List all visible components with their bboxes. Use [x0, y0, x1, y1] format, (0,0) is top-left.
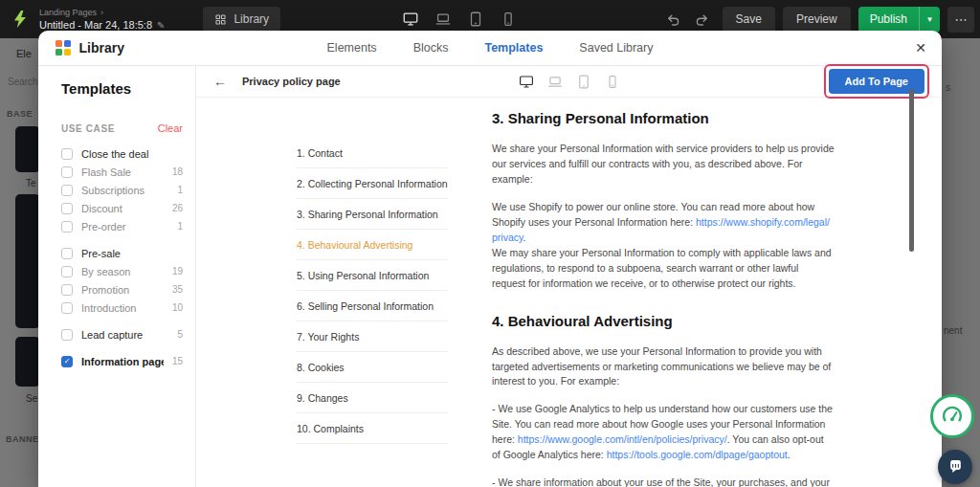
checkbox-checked[interactable]: ✓ [61, 356, 73, 367]
google-optout-link[interactable]: https://tools.google.com/dlpage/gaoptout [607, 449, 788, 460]
section-3-paragraph: We use Shopify to power our online store… [492, 200, 835, 292]
checkbox[interactable]: ✓ [61, 221, 73, 232]
toc-item-sharing[interactable]: 3. Sharing Personal Information [297, 199, 448, 230]
chat-messenger-button[interactable] [938, 450, 972, 484]
save-button[interactable]: Save [723, 7, 775, 33]
tab-blocks[interactable]: Blocks [413, 31, 449, 65]
section-4-paragraph: - We use Google Analytics to help us und… [492, 402, 835, 463]
table-of-contents: 1. Contact 2. Collecting Personal Inform… [297, 98, 448, 487]
preview-scrollbar[interactable] [909, 89, 914, 252]
toc-item-selling[interactable]: 6. Selling Personal Information [297, 291, 448, 321]
chat-bubble-icon [947, 459, 964, 476]
modal-title: Library [79, 40, 124, 55]
section-3-heading: 3. Sharing Personal Information [492, 110, 835, 126]
preview-mobile-button[interactable] [604, 74, 620, 90]
mobile-device-button[interactable] [500, 11, 517, 28]
caret-down-icon: ▼ [926, 15, 934, 24]
redo-button[interactable] [694, 11, 715, 28]
checkbox[interactable]: ✓ [61, 248, 73, 259]
monitor-icon [402, 11, 419, 28]
undo-button[interactable] [665, 11, 686, 28]
checkbox[interactable]: ✓ [61, 185, 73, 196]
back-arrow-icon: ← [213, 74, 227, 89]
toc-item-collecting[interactable]: 2. Collecting Personal Information [297, 168, 448, 199]
tablet-icon [575, 74, 591, 90]
clear-filters-button[interactable]: Clear [158, 122, 183, 134]
ellipsis-icon: ⋯ [955, 12, 968, 27]
breadcrumb[interactable]: Landing Pages› [39, 8, 165, 17]
desktop-device-button[interactable] [402, 11, 419, 28]
tab-saved-library[interactable]: Saved Library [579, 31, 653, 65]
filter-subscriptions[interactable]: ✓Subscriptions1 [61, 181, 183, 199]
filter-flash-sale[interactable]: ✓Flash Sale18 [61, 163, 183, 181]
template-preview-content: 1. Contact 2. Collecting Personal Inform… [196, 98, 942, 487]
toc-item-your-rights[interactable]: 7. Your Rights [297, 321, 448, 352]
publish-button[interactable]: Publish [858, 7, 919, 33]
use-case-label: USE CASE [61, 123, 115, 134]
filter-promotion[interactable]: ✓Promotion35 [61, 280, 183, 299]
tablet-device-button[interactable] [467, 11, 484, 28]
checkbox[interactable]: ✓ [61, 302, 73, 314]
filter-lead-capture[interactable]: ✓Lead capture5 [61, 325, 183, 343]
checkbox[interactable]: ✓ [61, 284, 73, 296]
section-4-heading: 4. Behavioural Advertising [492, 313, 835, 329]
more-options-button[interactable]: ⋯ [947, 7, 974, 33]
library-modal: Library Elements Blocks Templates Saved … [38, 31, 942, 487]
monitor-icon [518, 74, 534, 90]
publish-caret-button[interactable]: ▼ [919, 7, 940, 33]
laptop-device-button[interactable] [434, 11, 452, 28]
close-button[interactable]: ✕ [915, 40, 926, 55]
preview-device-switcher [518, 74, 620, 90]
modal-tabs: Elements Blocks Templates Saved Library [327, 31, 654, 65]
toc-item-behavioural[interactable]: 4. Behavioural Advertising [297, 230, 448, 260]
edit-pencil-icon[interactable]: ✎ [157, 20, 165, 31]
laptop-icon [546, 74, 563, 90]
grid-icon [214, 13, 227, 26]
laptop-icon [434, 11, 452, 28]
preview-button[interactable]: Preview [783, 7, 851, 33]
back-button[interactable]: ← [210, 74, 231, 89]
preview-desktop-button[interactable] [518, 74, 534, 90]
publish-button-group: Publish ▼ [858, 7, 940, 33]
phone-icon [500, 11, 517, 28]
checkbox[interactable]: ✓ [61, 148, 73, 160]
filter-pre-sale[interactable]: ✓Pre-sale [61, 244, 183, 262]
tab-templates[interactable]: Templates [484, 31, 543, 65]
close-icon: ✕ [915, 40, 926, 55]
policy-document: 3. Sharing Personal Information We share… [492, 98, 942, 487]
preview-tablet-button[interactable] [575, 74, 591, 90]
speedometer-icon [940, 404, 965, 429]
google-privacy-link[interactable]: https://www.google.com/intl/en/policies/… [518, 433, 727, 445]
tab-elements[interactable]: Elements [327, 31, 377, 65]
checkbox[interactable]: ✓ [61, 203, 73, 214]
filter-pre-order[interactable]: ✓Pre-order1 [61, 217, 183, 235]
section-4-paragraph: - We share information about your use of… [492, 476, 835, 487]
page-title: Untitled - Mar 24, 18:5:8✎ [39, 19, 165, 31]
filter-information-page[interactable]: ✓Information page15 [61, 352, 183, 370]
section-4-paragraph: As described above, we use your Personal… [492, 344, 835, 390]
filters-heading: Templates [61, 80, 183, 97]
template-name: Privacy policy page [242, 76, 341, 87]
modal-header: Library Elements Blocks Templates Saved … [38, 31, 942, 66]
checkbox[interactable]: ✓ [61, 266, 73, 277]
library-button[interactable]: Library [203, 7, 280, 32]
preview-laptop-button[interactable] [546, 74, 563, 90]
template-preview-panel: ← Privacy policy page Add To Page 1. Con… [196, 66, 942, 487]
checkbox[interactable]: ✓ [61, 329, 73, 341]
toc-item-changes[interactable]: 9. Changes [297, 383, 448, 413]
toc-item-cookies[interactable]: 8. Cookies [297, 352, 448, 383]
toc-item-complaints[interactable]: 10. Complaints [297, 413, 448, 444]
toc-item-using[interactable]: 5. Using Personal Information [297, 260, 448, 291]
library-logo-icon [56, 40, 71, 55]
preview-toolbar: ← Privacy policy page Add To Page [196, 66, 942, 98]
phone-icon [604, 74, 620, 90]
page-speed-gauge-widget[interactable] [930, 394, 974, 438]
filter-discount[interactable]: ✓Discount26 [61, 199, 183, 217]
filter-by-season[interactable]: ✓By season19 [61, 262, 183, 280]
tablet-icon [467, 11, 484, 28]
filter-introduction[interactable]: ✓Introduction10 [61, 299, 183, 317]
filter-close-the-deal[interactable]: ✓Close the deal [61, 144, 183, 163]
checkbox[interactable]: ✓ [61, 166, 73, 178]
toc-item-contact[interactable]: 1. Contact [297, 138, 448, 168]
template-filters-panel: Templates USE CASE Clear ✓Close the deal… [38, 66, 196, 487]
